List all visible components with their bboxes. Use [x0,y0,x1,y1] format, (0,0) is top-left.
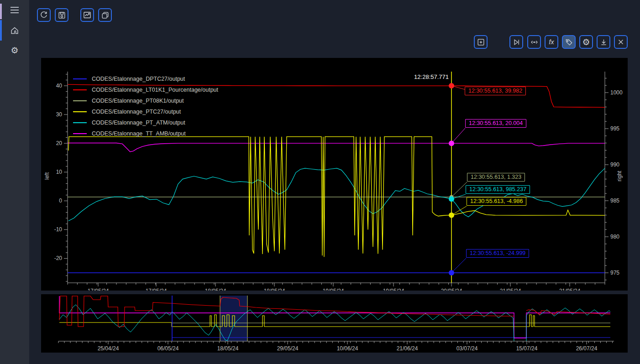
settings-gear-icon: ⚙ [10,46,18,55]
legend-item[interactable]: CODES/Etalonnage_PTC27/output [73,106,218,117]
cursor-marker-dot [449,196,454,202]
navigator-selection[interactable] [220,296,247,341]
navigator-date-label: 15/07/24 [516,345,538,352]
right-tick-label: 985 [610,198,619,204]
legend-label: CODES/Etalonnage_TT_AMB/output [92,130,186,137]
x-axis-date-label: 19/05/24 [323,288,344,291]
left-axis-title: left [44,172,50,180]
legend-swatch [73,100,87,101]
trend-chart-button[interactable] [80,8,94,22]
sidebar-item-settings[interactable]: ⚙ [0,40,29,60]
sidebar-menu-button[interactable] [0,0,29,20]
legend-label: CODES/Etalonnage_PT_ATM/output [92,120,185,126]
navigator-date-label: 06/05/24 [157,345,179,352]
save-button[interactable] [55,8,68,22]
legend-label: CODES/Etalonnage_LT01K1_Pourcentage/outp… [92,87,218,93]
cursor-marker-dot [449,270,454,276]
gear-icon: ⚙ [582,38,590,47]
x-axis-date-label: 17/05/24 [146,288,167,291]
chart-settings-button[interactable]: ⚙ [579,35,593,49]
navigator-date-label: 10/06/24 [337,345,358,352]
download-button[interactable] [597,35,610,49]
x-axis-date-label: 21/05/24 [500,288,521,291]
function-fx-icon: fx [549,39,554,45]
home-icon [10,26,20,36]
left-tick-label: 0 [59,198,62,204]
refresh-icon [39,10,48,20]
tag-icon [565,38,573,47]
main-chart-panel: 403020100-10-20100099599098598097517/05/… [41,58,628,291]
legend-swatch [73,89,87,90]
annotation-leader-line [451,128,465,143]
right-tick-label: 995 [610,125,619,132]
add-panel-button[interactable] [474,35,488,49]
cursor-annotation: 12:30:55.613, 39.982 [465,87,526,95]
left-tick-label: 30 [56,111,63,118]
cursor-marker-dot [449,140,454,146]
legend-label: CODES/Etalonnage_PT08K1/output [92,98,184,104]
cursor-annotation: 12:30:55.613, -4.986 [467,197,526,206]
cursor-marker-dot [449,213,454,218]
right-tick-label: 1000 [610,89,623,96]
cursor-annotation: 12:30:55.613, 1.323 [467,173,525,182]
left-tick-label: -20 [54,255,63,261]
cursor-marker-dot [449,83,454,88]
left-tick-label: 20 [56,140,63,146]
legend-item[interactable]: CODES/Etalonnage_LT01K1_Pourcentage/outp… [73,84,218,95]
legend-swatch [73,111,87,112]
right-tick-label: 990 [610,161,619,168]
chart-legend: CODES/Etalonnage_DPTC27/outputCODES/Etal… [73,73,218,139]
navigator-series-TT_AMB [59,296,610,338]
x-axis-date-label: 18/05/24 [205,288,226,291]
save-icon [58,11,66,20]
navigator-series-LT01K1_Pourcentage [59,296,514,327]
legend-item[interactable]: CODES/Etalonnage_DPTC27/output [73,73,218,84]
navigator-date-label: 18/05/24 [217,345,239,352]
left-tick-label: -10 [54,226,63,233]
close-button[interactable] [614,35,628,49]
right-tick-label: 975 [610,270,619,276]
cursor-time-label: 12:28:57.771 [404,73,449,80]
legend-item[interactable]: CODES/Etalonnage_PT_ATM/output [73,117,218,128]
code-brackets-button[interactable] [527,35,541,49]
navigator-series-PTC27 [59,315,610,327]
hamburger-menu-icon [10,6,19,14]
x-axis-date-label: 21/05/24 [559,288,581,291]
legend-swatch [73,133,87,134]
navigator-date-label: 03/07/24 [456,345,478,352]
close-icon [617,38,625,46]
legend-swatch [73,78,87,79]
code-brackets-icon [530,38,539,47]
add-panel-icon [477,38,485,47]
x-axis-date-label: 18/05/24 [264,288,285,291]
annotation-leader-line [451,258,466,273]
legend-label: CODES/Etalonnage_DPTC27/output [92,76,185,82]
cursor-annotation: 12:30:55.613, 20.004 [465,119,526,128]
legend-item[interactable]: CODES/Etalonnage_PT08K1/output [73,95,218,106]
left-tick-label: 40 [56,83,63,89]
x-axis-date-label: 19/05/24 [383,288,404,291]
skip-to-end-button[interactable] [509,35,523,49]
x-axis-date-label: 17/05/24 [88,288,109,291]
download-icon [599,38,608,47]
series-TT_AMB [68,143,605,152]
sidebar-item-home[interactable] [0,21,29,41]
legend-item[interactable]: CODES/Etalonnage_TT_AMB/output [73,128,218,139]
legend-label: CODES/Etalonnage_PTC27/output [92,109,181,115]
trend-chart-icon [83,10,92,20]
right-tick-label: 980 [610,234,619,240]
cursor-annotation: 12:30:55.613, 985.237 [466,185,530,194]
x-axis-date-label: 20/05/24 [441,288,462,291]
layers-button[interactable] [98,8,112,22]
refresh-button[interactable] [37,8,51,22]
tag-button[interactable] [562,35,576,49]
navigator-canvas: 25/04/2406/05/2418/05/2429/05/2410/06/24… [41,294,628,353]
navigator-chart-panel: 25/04/2406/05/2418/05/2429/05/2410/06/24… [41,294,628,353]
navigator-date-label: 26/07/24 [576,345,598,352]
left-sidebar: ⚙ [0,0,29,364]
app-window: { "sidebar": { "items": [ { "icon": "ham… [0,0,640,364]
right-axis-title: right [616,171,623,181]
legend-swatch [73,122,87,123]
left-tick-label: 10 [56,169,63,175]
function-fx-button[interactable]: fx [545,35,558,49]
